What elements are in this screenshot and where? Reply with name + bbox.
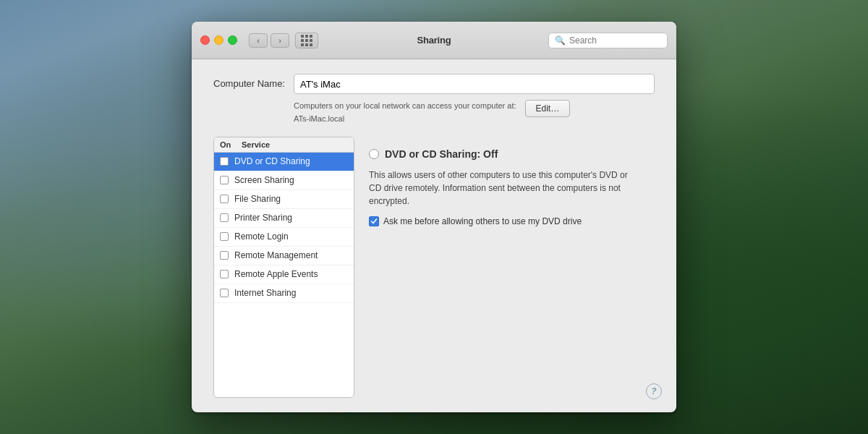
computer-name-hint-line2: ATs-iMac.local xyxy=(294,114,344,123)
service-item-remote-login[interactable]: Remote Login xyxy=(214,228,354,247)
service-name-internet-sharing: Internet Sharing xyxy=(234,288,296,298)
service-checkbox-printer-sharing[interactable] xyxy=(220,213,229,222)
service-item-printer-sharing[interactable]: Printer Sharing xyxy=(214,209,354,228)
service-checkbox-dvd-cd-sharing[interactable] xyxy=(220,157,229,166)
service-item-internet-sharing[interactable]: Internet Sharing xyxy=(214,284,354,303)
main-content: On Service DVD or CD Sharing Screen Shar… xyxy=(213,137,655,398)
search-box[interactable]: 🔍 xyxy=(548,33,668,48)
service-checkbox-remote-login[interactable] xyxy=(220,232,229,241)
forward-button[interactable]: › xyxy=(271,33,289,48)
computer-name-bottom: Computers on your local network can acce… xyxy=(294,98,655,125)
service-name-dvd-cd-sharing: DVD or CD Sharing xyxy=(234,156,310,166)
dvd-ask-checkbox[interactable] xyxy=(369,216,379,226)
service-item-file-sharing[interactable]: File Sharing xyxy=(214,190,354,209)
computer-name-label: Computer Name: xyxy=(213,74,285,89)
detail-title-row: DVD or CD Sharing: Off xyxy=(369,148,640,160)
services-header-on: On xyxy=(220,140,242,149)
computer-name-hint: Computers on your local network can acce… xyxy=(294,98,516,125)
search-icon: 🔍 xyxy=(555,35,566,46)
checkmark-icon xyxy=(370,218,378,225)
help-button[interactable]: ? xyxy=(646,383,662,399)
grid-icon xyxy=(301,35,312,46)
edit-button[interactable]: Edit… xyxy=(525,100,571,117)
service-checkbox-remote-management[interactable] xyxy=(220,251,229,260)
search-input[interactable] xyxy=(569,35,661,46)
traffic-lights xyxy=(200,35,237,45)
detail-panel: DVD or CD Sharing: Off This allows users… xyxy=(354,137,655,398)
computer-name-right: Computers on your local network can acce… xyxy=(294,74,655,125)
service-name-file-sharing: File Sharing xyxy=(234,194,281,204)
service-checkbox-remote-apple-events[interactable] xyxy=(220,270,229,278)
sharing-window: ‹ › Sharing 🔍 Computer Name: Com xyxy=(192,22,676,412)
service-item-dvd-cd-sharing[interactable]: DVD or CD Sharing xyxy=(214,153,354,171)
grid-button[interactable] xyxy=(295,33,318,48)
titlebar: ‹ › Sharing 🔍 xyxy=(192,22,676,59)
minimize-button[interactable] xyxy=(214,35,224,45)
service-checkbox-file-sharing[interactable] xyxy=(220,195,229,203)
maximize-button[interactable] xyxy=(228,35,237,45)
dvd-ask-label: Ask me before allowing others to use my … xyxy=(383,216,582,226)
detail-title: DVD or CD Sharing: Off xyxy=(385,148,498,160)
close-button[interactable] xyxy=(200,35,210,45)
services-panel: On Service DVD or CD Sharing Screen Shar… xyxy=(213,137,354,398)
service-item-remote-management[interactable]: Remote Management xyxy=(214,247,354,265)
computer-name-input[interactable] xyxy=(294,74,655,94)
service-name-remote-login: Remote Login xyxy=(234,231,289,242)
service-checkbox-screen-sharing[interactable] xyxy=(220,176,229,184)
nav-buttons: ‹ › xyxy=(249,33,289,48)
service-item-screen-sharing[interactable]: Screen Sharing xyxy=(214,171,354,190)
checkbox-row: Ask me before allowing others to use my … xyxy=(369,216,640,226)
computer-name-section: Computer Name: Computers on your local n… xyxy=(213,74,655,125)
computer-name-hint-line1: Computers on your local network can acce… xyxy=(294,101,516,110)
service-name-printer-sharing: Printer Sharing xyxy=(234,213,292,223)
detail-description: This allows users of other computers to … xyxy=(369,169,640,208)
service-name-remote-apple-events: Remote Apple Events xyxy=(234,269,318,279)
window-body: Computer Name: Computers on your local n… xyxy=(192,59,676,412)
service-name-screen-sharing: Screen Sharing xyxy=(234,175,294,185)
service-name-remote-management: Remote Management xyxy=(234,250,318,260)
window-title: Sharing xyxy=(417,35,451,46)
service-item-remote-apple-events[interactable]: Remote Apple Events xyxy=(214,265,354,284)
services-header-service: Service xyxy=(242,140,348,149)
detail-radio[interactable] xyxy=(369,149,379,159)
service-checkbox-internet-sharing[interactable] xyxy=(220,289,229,297)
back-button[interactable]: ‹ xyxy=(249,33,268,48)
services-header: On Service xyxy=(214,137,354,153)
